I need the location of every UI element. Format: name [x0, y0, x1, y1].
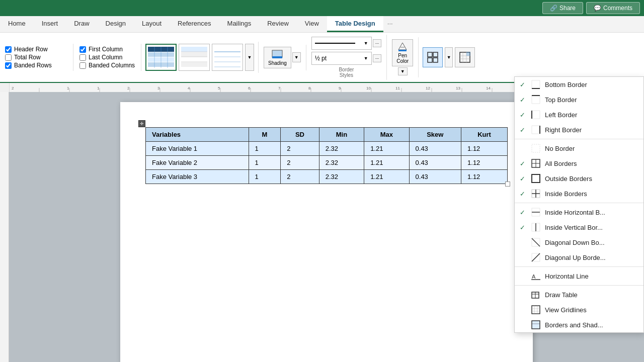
tab-review[interactable]: Review: [259, 16, 297, 32]
tab-home[interactable]: Home: [0, 16, 34, 32]
diagonal-up-icon: [531, 252, 541, 262]
tab-more[interactable]: ···: [383, 16, 397, 32]
share-button[interactable]: 🔗 Share: [542, 2, 583, 14]
first-column-checkbox[interactable]: [79, 46, 86, 53]
menu-item-diagonal-down[interactable]: Diagonal Down Bo...: [515, 235, 643, 250]
menu-item-outside-borders[interactable]: ✓Outside Borders: [515, 171, 643, 186]
svg-text:11: 11: [395, 86, 400, 90]
last-column-checkbox-row: Last Column: [79, 54, 135, 61]
tab-table-design[interactable]: Table Design: [327, 16, 383, 32]
menu-item-right-border[interactable]: ✓Right Border: [515, 122, 643, 137]
pen-color-button[interactable]: Pen Color: [392, 39, 413, 66]
pen-color-label: Pen Color: [396, 53, 409, 64]
header-row-label: Header Row: [14, 46, 48, 53]
menu-item-inside-h-border[interactable]: ✓Inside Horizontal B...: [515, 205, 643, 220]
table-cell[interactable]: 1.12: [461, 170, 508, 184]
svg-text:1: 1: [67, 86, 69, 90]
borders-dropdown-btn[interactable]: ▼: [445, 47, 453, 67]
borders-painter-button[interactable]: [455, 47, 475, 67]
tab-mailings[interactable]: Mailings: [219, 16, 260, 32]
table-style-options: Header Row Total Row Banded Rows: [3, 44, 73, 71]
table-cell[interactable]: 2.32: [319, 142, 364, 156]
table-cell[interactable]: 2.32: [319, 170, 364, 184]
table-cell[interactable]: 1: [249, 156, 281, 170]
menu-item-draw-table[interactable]: Draw Table: [515, 287, 643, 302]
table-cell[interactable]: Fake Variable 2: [146, 156, 249, 170]
table-cell[interactable]: 0.43: [409, 142, 461, 156]
menu-item-view-gridlines[interactable]: View Gridlines: [515, 302, 643, 317]
banded-rows-checkbox[interactable]: [5, 62, 12, 69]
table-move-handle[interactable]: ✛: [138, 120, 145, 127]
header-row-checkbox[interactable]: [5, 46, 12, 53]
tab-layout[interactable]: Layout: [134, 16, 170, 32]
border-style-more[interactable]: ···: [373, 39, 382, 47]
tab-insert[interactable]: Insert: [34, 16, 66, 32]
col-skew: Skew: [409, 128, 461, 142]
border-weight-more[interactable]: ···: [373, 54, 382, 62]
tab-design[interactable]: Design: [98, 16, 134, 32]
menu-item-label: View Gridlines: [545, 306, 587, 314]
menu-item-no-border[interactable]: No Border: [515, 141, 643, 156]
table-cell[interactable]: Fake Variable 1: [146, 142, 249, 156]
menu-item-label: Outside Borders: [545, 175, 592, 183]
preset-2[interactable]: [179, 44, 210, 71]
table-cell[interactable]: 1.21: [364, 170, 409, 184]
gallery-more-btn[interactable]: ▼: [245, 44, 254, 71]
menu-item-horizontal-line[interactable]: AHorizontal Line: [515, 268, 643, 284]
table-cell[interactable]: 1.21: [364, 142, 409, 156]
view-gridlines-icon: [531, 305, 541, 315]
table-cell[interactable]: 1.21: [364, 156, 409, 170]
menu-item-label: All Borders: [545, 160, 577, 167]
table-cell[interactable]: 2: [281, 170, 319, 184]
banded-columns-checkbox[interactable]: [79, 62, 86, 69]
menu-item-inside-v-border[interactable]: ✓Inside Vertical Bor...: [515, 220, 643, 235]
menu-item-inside-borders[interactable]: ✓Inside Borders: [515, 186, 643, 201]
borders-gallery-button[interactable]: [423, 47, 443, 67]
svg-rect-108: [532, 321, 540, 329]
last-column-checkbox[interactable]: [79, 54, 86, 61]
border-weight-selector[interactable]: ½ pt ▼: [311, 52, 372, 65]
diagonal-down-icon: [531, 237, 541, 247]
pen-color-dropdown[interactable]: ▼: [398, 67, 408, 75]
table-resize-handle[interactable]: [505, 182, 510, 187]
table-cell[interactable]: 1: [249, 142, 281, 156]
shading-button[interactable]: Shading: [264, 47, 291, 68]
menu-item-all-borders[interactable]: ✓All Borders: [515, 156, 643, 171]
svg-rect-103: [532, 306, 540, 314]
shading-dropdown[interactable]: ▼: [292, 52, 301, 62]
banded-rows-label: Banded Rows: [14, 62, 52, 69]
table-cell[interactable]: 2: [281, 142, 319, 156]
col-kurt: Kurt: [461, 128, 508, 142]
table-cell[interactable]: 1: [249, 170, 281, 184]
svg-text:3: 3: [157, 86, 160, 90]
menu-item-left-border[interactable]: ✓Left Border: [515, 107, 643, 122]
table-cell[interactable]: 0.43: [409, 170, 461, 184]
border-style-selector[interactable]: ▼: [311, 37, 372, 50]
table-cell[interactable]: 1.12: [461, 156, 508, 170]
menu-item-label: Horizontal Line: [545, 273, 589, 280]
tab-references[interactable]: References: [170, 16, 219, 32]
menu-item-top-border[interactable]: ✓Top Border: [515, 92, 643, 107]
total-row-checkbox[interactable]: [5, 54, 12, 61]
table-cell[interactable]: 0.43: [409, 156, 461, 170]
data-table: Variables M SD Min Max Skew Kurt Fake Va…: [145, 127, 508, 184]
svg-text:9: 9: [339, 86, 341, 90]
tab-draw[interactable]: Draw: [66, 16, 97, 32]
menu-item-bottom-border[interactable]: ✓Bottom Border: [515, 77, 643, 92]
preset-3[interactable]: [212, 44, 243, 71]
svg-rect-74: [532, 80, 540, 88]
table-cell[interactable]: 1.12: [461, 142, 508, 156]
table-cell[interactable]: 2.32: [319, 156, 364, 170]
first-column-checkbox-row: First Column: [79, 46, 135, 53]
preset-1[interactable]: [145, 44, 177, 71]
menu-checkmark: ✓: [520, 160, 527, 167]
comments-button[interactable]: 💬 Comments: [586, 2, 640, 14]
menu-item-diagonal-up[interactable]: Diagonal Up Borde...: [515, 250, 643, 265]
table-cell[interactable]: Fake Variable 3: [146, 170, 249, 184]
first-column-label: First Column: [89, 46, 123, 53]
menu-item-borders-shading[interactable]: Borders and Shad...: [515, 317, 643, 332]
table-cell[interactable]: 2: [281, 156, 319, 170]
svg-text:2: 2: [127, 86, 130, 90]
tab-view[interactable]: View: [297, 16, 327, 32]
no-border-icon: [531, 143, 541, 153]
